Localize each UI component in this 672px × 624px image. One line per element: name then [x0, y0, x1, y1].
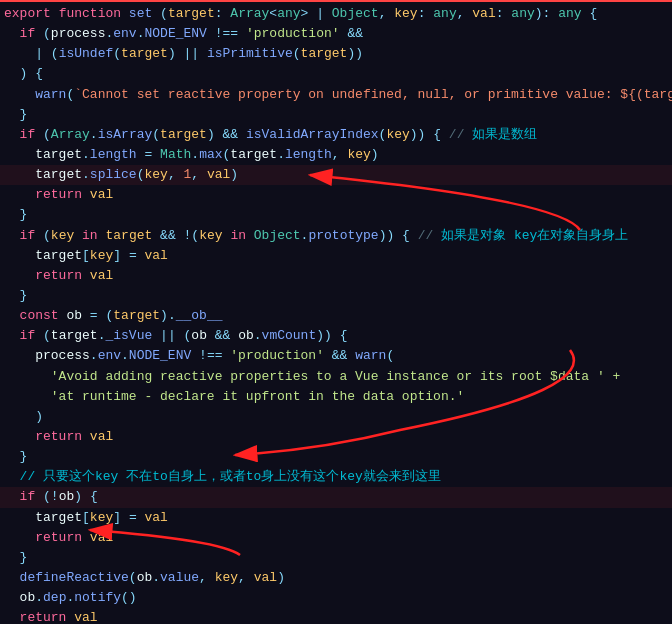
line-28: }	[0, 548, 672, 568]
line-19: 'Avoid adding reactive properties to a V…	[0, 367, 672, 387]
line-8: target.length = Math.max(target.length, …	[0, 145, 672, 165]
line-26: target[key] = val	[0, 508, 672, 528]
line-22: return val	[0, 427, 672, 447]
line-25: if (!ob) {	[0, 487, 672, 507]
line-31: return val	[0, 608, 672, 624]
line-27: return val	[0, 528, 672, 548]
line-6: }	[0, 105, 672, 125]
line-29: defineReactive(ob.value, key, val)	[0, 568, 672, 588]
line-2: if (process.env.NODE_ENV !== 'production…	[0, 24, 672, 44]
line-20: 'at runtime - declare it upfront in the …	[0, 387, 672, 407]
line-11: }	[0, 205, 672, 225]
line-13: target[key] = val	[0, 246, 672, 266]
code-editor: export function set (target: Array<any> …	[0, 0, 672, 624]
line-1: export function set (target: Array<any> …	[0, 4, 672, 24]
line-23: }	[0, 447, 672, 467]
line-16: const ob = (target).__ob__	[0, 306, 672, 326]
line-12: if (key in target && !(key in Object.pro…	[0, 226, 672, 246]
line-10: return val	[0, 185, 672, 205]
line-14: return val	[0, 266, 672, 286]
line-4: ) {	[0, 64, 672, 84]
line-24: // 只要这个key 不在to自身上，或者to身上没有这个key就会来到这里	[0, 467, 672, 487]
line-3: | (isUndef(target) || isPrimitive(target…	[0, 44, 672, 64]
line-5: warn(`Cannot set reactive property on un…	[0, 85, 672, 105]
line-9: target.splice(key, 1, val)	[0, 165, 672, 185]
line-21: )	[0, 407, 672, 427]
line-30: ob.dep.notify()	[0, 588, 672, 608]
line-17: if (target._isVue || (ob && ob.vmCount))…	[0, 326, 672, 346]
line-15: }	[0, 286, 672, 306]
line-7: if (Array.isArray(target) && isValidArra…	[0, 125, 672, 145]
line-18: process.env.NODE_ENV !== 'production' &&…	[0, 346, 672, 366]
